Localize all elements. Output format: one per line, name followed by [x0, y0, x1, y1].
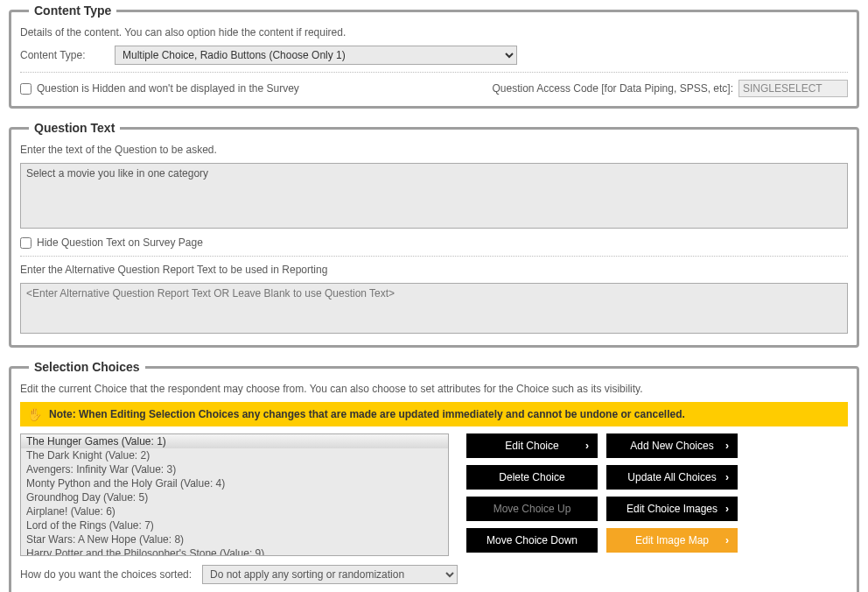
divider: [20, 256, 848, 257]
alt-text-desc: Enter the Alternative Question Report Te…: [20, 264, 848, 276]
move-down-button[interactable]: Move Choice Down: [466, 528, 598, 553]
sort-label: How do you want the choices sorted:: [20, 568, 195, 581]
hide-qtext-label[interactable]: Hide Question Text on Survey Page: [20, 236, 848, 249]
move-up-button: Move Choice Up: [466, 497, 598, 521]
content-type-legend: Content Type: [29, 4, 116, 18]
question-text-input[interactable]: Select a movie you like in one category: [20, 163, 848, 229]
hidden-checkbox[interactable]: [20, 83, 32, 95]
note-text: Note: When Editing Selection Choices any…: [49, 408, 685, 420]
chevron-right-icon: ›: [725, 534, 729, 546]
alt-text-input[interactable]: [20, 283, 848, 334]
update-all-button[interactable]: Update All Choices›: [606, 465, 738, 490]
edit-images-button[interactable]: Edit Choice Images›: [606, 497, 738, 521]
choices-desc: Edit the current Choice that the respond…: [20, 383, 848, 395]
list-item[interactable]: Monty Python and the Holy Grail (Value: …: [21, 476, 448, 490]
list-item[interactable]: The Dark Knight (Value: 2): [21, 448, 448, 462]
edit-choice-button[interactable]: Edit Choice›: [466, 433, 598, 458]
chevron-right-icon: ›: [585, 440, 589, 452]
sort-select[interactable]: Do not apply any sorting or randomizatio…: [202, 565, 458, 584]
choices-listbox[interactable]: The Hunger Games (Value: 1)The Dark Knig…: [20, 433, 449, 556]
question-text-legend: Question Text: [29, 121, 120, 135]
add-choice-button[interactable]: Add New Choices›: [606, 433, 738, 458]
list-item[interactable]: Lord of the Rings (Value: 7): [21, 518, 448, 532]
chevron-right-icon: ›: [725, 503, 729, 515]
list-item[interactable]: Airplane! (Value: 6): [21, 504, 448, 518]
list-item[interactable]: The Hunger Games (Value: 1): [21, 434, 448, 448]
access-code-input[interactable]: [738, 80, 848, 97]
list-item[interactable]: Harry Potter and the Philosopher's Stone…: [21, 546, 448, 556]
hidden-checkbox-label[interactable]: Question is Hidden and won't be displaye…: [20, 82, 299, 95]
hand-icon: ✋: [27, 407, 42, 421]
access-code-label: Question Access Code [for Data Piping, S…: [493, 82, 733, 95]
selection-choices-section: Selection Choices Edit the current Choic…: [9, 360, 859, 592]
note-bar: ✋ Note: When Editing Selection Choices a…: [20, 402, 848, 426]
divider: [20, 72, 848, 73]
delete-choice-button[interactable]: Delete Choice: [466, 465, 598, 490]
list-item[interactable]: Avengers: Infinity War (Value: 3): [21, 462, 448, 476]
question-text-section: Question Text Enter the text of the Ques…: [9, 121, 859, 348]
content-type-select[interactable]: Multiple Choice, Radio Buttons (Choose O…: [115, 46, 517, 65]
hide-qtext-text: Hide Question Text on Survey Page: [37, 236, 203, 249]
choices-legend: Selection Choices: [29, 360, 145, 374]
hidden-text: Question is Hidden and won't be displaye…: [37, 82, 299, 95]
chevron-right-icon: ›: [725, 471, 729, 483]
image-map-button[interactable]: Edit Image Map›: [606, 528, 738, 553]
chevron-right-icon: ›: [725, 440, 729, 452]
list-item[interactable]: Groundhog Day (Value: 5): [21, 490, 448, 504]
list-item[interactable]: Star Wars: A New Hope (Value: 8): [21, 532, 448, 546]
content-type-desc: Details of the content. You can also opt…: [20, 26, 848, 39]
content-type-label: Content Type:: [20, 49, 108, 61]
content-type-section: Content Type Details of the content. You…: [9, 4, 859, 109]
hide-qtext-checkbox[interactable]: [20, 237, 32, 249]
question-text-desc: Enter the text of the Question to be ask…: [20, 144, 848, 156]
